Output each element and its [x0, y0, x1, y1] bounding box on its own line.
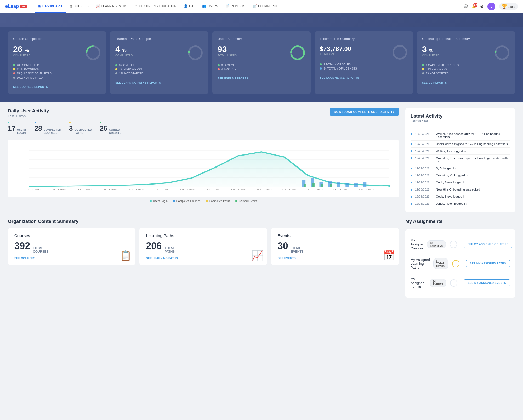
activity-date-9: 12/28/2021: [415, 202, 433, 205]
svg-point-5: [291, 46, 304, 59]
stat-value-1: 28: [35, 124, 42, 133]
card-link-1[interactable]: SEE LEARNING PATHS REPORTS: [115, 81, 161, 84]
stat-label-3: GAINEDCREDITS: [109, 128, 121, 135]
svg-rect-18: [337, 182, 340, 187]
chart-legend: Users Login Completed Courses Completed …: [8, 199, 399, 203]
activity-text-6: Cook, Steve logged in: [436, 181, 465, 184]
donut-chart-1: [187, 45, 203, 61]
points-display[interactable]: 🏆 119.2: [499, 3, 518, 10]
svg-rect-19: [345, 183, 349, 187]
activity-stat-2: 3 COMPLETEDPATHS: [69, 122, 92, 135]
activity-item: 12/28/2021 New Hire Onboarding was edite…: [411, 186, 510, 193]
card-value-3: $73,787.00: [320, 45, 351, 53]
stat-label-1: COMPLETEDCOURSES: [44, 128, 61, 135]
card-label-4: COMPLETED: [422, 54, 440, 57]
stat-text: 11 IN PROGRESS: [17, 68, 40, 71]
stat-dot: [13, 72, 15, 74]
trophy-icon: 🏆: [502, 4, 507, 9]
activity-dot-4: [411, 168, 412, 169]
notification-count: 20: [473, 3, 477, 7]
svg-point-7: [496, 46, 509, 59]
summary-card-1: Learning Paths Completion 4 % COMPLETED …: [110, 31, 208, 94]
nav-link-ecommerce[interactable]: 🛒ECOMMERCE: [249, 0, 282, 13]
org-card-link-1[interactable]: SEE LEARNING PATHS: [146, 257, 260, 260]
assignment-btn-1[interactable]: SEE MY ASSIGNED PATHS: [466, 260, 510, 267]
org-card-icon-2: 📅: [383, 250, 395, 261]
stat-text: 94 TOTAL # OF LICENSES: [323, 67, 357, 70]
activity-item: 12/29/2021 Cranston, Kofi logged in: [411, 172, 510, 179]
daily-activity-title-group: Daily User Activity Last 30 days: [8, 108, 49, 118]
assignments-panel: My Assigned Courses 82 COURSES SEE MY AS…: [405, 229, 515, 298]
stat-text: 2 TOTAL # OF SALES: [323, 63, 351, 66]
assignment-circle-1: [452, 260, 459, 267]
stat-dot: [218, 64, 220, 66]
nav-link-courses[interactable]: ▦COURSES: [66, 0, 92, 13]
legend-item-0: Users Login: [150, 199, 168, 203]
activity-dot-5: [411, 175, 412, 176]
org-card-icon-1: 📈: [252, 250, 263, 261]
chat-icon[interactable]: 💬: [464, 4, 468, 8]
activity-text-4: S, Ar logged in: [436, 167, 456, 170]
card-stats-3: 2 TOTAL # OF SALES 94 TOTAL # OF LICENSE…: [320, 63, 408, 70]
svg-rect-21: [363, 182, 366, 187]
nav-icon-courses: ▦: [69, 4, 72, 8]
assignment-label-1: My Assigned Learning Paths: [411, 258, 431, 269]
nav-link-reports[interactable]: 📄REPORTS: [222, 0, 249, 13]
assignment-btn-2[interactable]: SEE MY ASSIGNED EVENTS: [464, 279, 510, 286]
logo-text: eLeap: [5, 4, 19, 9]
donut-chart-0: [85, 45, 101, 61]
nav-icon-dashboard: ⊞: [38, 4, 41, 8]
stat-value-3: 25: [100, 124, 107, 133]
svg-text:4. Dec: 4. Dec: [53, 188, 66, 191]
legend-label-1: Completed Courses: [176, 199, 201, 203]
card-link-4[interactable]: SEE CE REPORTS: [422, 81, 447, 84]
nav-link-continuing-education[interactable]: ⚙CONTINUING EDUCATION: [131, 0, 180, 13]
activity-date-1: 12/29/2021: [415, 142, 433, 146]
org-card-link-0[interactable]: SEE COURSES: [14, 257, 129, 260]
svg-rect-23: [312, 183, 315, 187]
card-title-0: Course Completion: [13, 37, 101, 41]
stat-label-0: USERSLOGIN: [17, 128, 27, 135]
stat-item: 89 ACTIVE: [218, 64, 305, 67]
assignment-btn-0[interactable]: SEE MY ASSIGNED COURSES: [464, 241, 512, 248]
org-card-events: Events 30 TOTALEVENTS SEE EVENTS 📅: [271, 228, 399, 265]
donut-chart-4: [494, 45, 510, 61]
activity-text-9: Jones, Helen logged in: [436, 202, 467, 205]
download-activity-button[interactable]: DOWNLOAD COMPLETE USER ACTIVITY: [330, 108, 399, 116]
notification-bell[interactable]: 🔔 20: [472, 4, 476, 8]
stat-item: 11 IN PROGRESS: [13, 68, 101, 71]
daily-activity-subtitle: Last 30 days: [8, 114, 49, 118]
card-title-2: Users Summary: [218, 37, 305, 41]
right-column: Latest Activity Last 30 days 12/29/2021 …: [405, 108, 515, 212]
avatar[interactable]: L: [487, 3, 495, 10]
stat-item: 1 GAINED FULL CREDITS: [422, 64, 510, 67]
activity-text-3: Cranston, Kofi passed quiz for How to ge…: [436, 157, 510, 163]
summary-card-2: Users Summary 93 TOTAL USERS 89 ACTIVE 4…: [212, 31, 311, 94]
svg-text:8. Dec: 8. Dec: [104, 188, 117, 191]
stat-item: 23 NOT STARTED: [422, 72, 510, 75]
stat-value-row-2: 3 COMPLETEDPATHS: [69, 124, 92, 135]
card-link-3[interactable]: SEE ECOMMERCE REPORTS: [320, 76, 359, 79]
org-card-title-1: Learning Paths: [146, 233, 260, 238]
legend-item-2: Completed Paths: [206, 199, 230, 203]
card-link-2[interactable]: SEE USERS REPORTS: [218, 77, 248, 80]
nav-link-ojt[interactable]: 👤OJT: [180, 0, 198, 13]
svg-text:22. Dec: 22. Dec: [281, 188, 297, 191]
summary-section: Course Completion 26 % COMPLETED 406 COM…: [0, 27, 523, 102]
activity-stat-1: 28 COMPLETEDCOURSES: [35, 122, 61, 135]
stat-text: 1 GAINED FULL CREDITS: [426, 64, 459, 67]
card-link-0[interactable]: SEE COURSES REPORTS: [13, 85, 48, 88]
stat-dot-2: [69, 122, 71, 123]
nav-link-users[interactable]: 👥USERS: [198, 0, 222, 13]
legend-dot-1: [173, 200, 175, 202]
activity-date-6: 12/29/2021: [415, 181, 433, 184]
logo[interactable]: eLeap LMS: [5, 4, 27, 9]
stat-dot-1: [35, 122, 36, 123]
org-card-link-2[interactable]: SEE EVENTS: [278, 257, 392, 260]
nav-bar: eLeap LMS ⊞DASHBOARD▦COURSES📈LEARNING PA…: [0, 0, 523, 13]
stat-dot: [13, 68, 15, 70]
nav-link-dashboard[interactable]: ⊞DASHBOARD: [35, 0, 66, 13]
settings-icon[interactable]: ⚙: [480, 4, 484, 9]
nav-link-learning-paths[interactable]: 📈LEARNING PATHS: [92, 0, 131, 13]
card-value-row-1: 4 % COMPLETED: [115, 44, 203, 61]
